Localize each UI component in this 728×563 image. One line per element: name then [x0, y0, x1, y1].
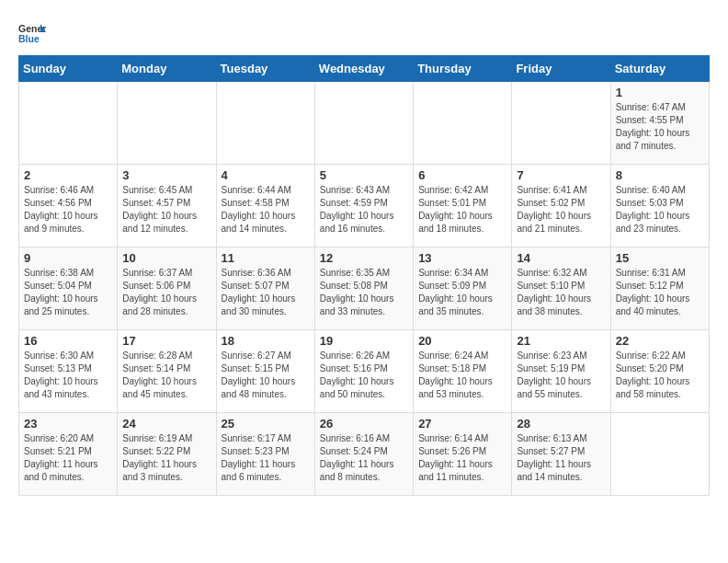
day-info: Sunrise: 6:28 AM Sunset: 5:14 PM Dayligh…: [122, 350, 210, 401]
logo: General Blue: [18, 18, 50, 46]
day-number: 19: [320, 334, 408, 348]
calendar-cell: 22Sunrise: 6:22 AM Sunset: 5:20 PM Dayli…: [610, 330, 709, 413]
day-number: 2: [24, 168, 112, 182]
day-number: 12: [320, 251, 408, 265]
week-row-4: 16Sunrise: 6:30 AM Sunset: 5:13 PM Dayli…: [19, 330, 710, 413]
day-number: 17: [122, 334, 210, 348]
day-info: Sunrise: 6:43 AM Sunset: 4:59 PM Dayligh…: [320, 184, 408, 236]
day-number: 21: [517, 334, 605, 348]
calendar-table: SundayMondayTuesdayWednesdayThursdayFrid…: [18, 55, 710, 496]
header-row: SundayMondayTuesdayWednesdayThursdayFrid…: [19, 56, 710, 82]
calendar-cell: [314, 82, 413, 165]
day-number: 9: [24, 251, 112, 265]
week-row-5: 23Sunrise: 6:20 AM Sunset: 5:21 PM Dayli…: [19, 413, 710, 496]
day-number: 1: [616, 86, 704, 99]
day-info: Sunrise: 6:46 AM Sunset: 4:56 PM Dayligh…: [24, 184, 112, 236]
day-info: Sunrise: 6:32 AM Sunset: 5:10 PM Dayligh…: [517, 267, 605, 318]
day-number: 3: [122, 168, 210, 182]
day-info: Sunrise: 6:27 AM Sunset: 5:15 PM Dayligh…: [222, 350, 310, 401]
day-number: 26: [320, 417, 408, 431]
calendar-cell: [414, 82, 512, 165]
day-number: 11: [222, 251, 310, 265]
logo-icon: General Blue: [18, 18, 46, 46]
day-number: 4: [222, 168, 310, 182]
calendar-cell: 6Sunrise: 6:42 AM Sunset: 5:01 PM Daylig…: [414, 165, 512, 247]
day-info: Sunrise: 6:23 AM Sunset: 5:19 PM Dayligh…: [517, 350, 605, 401]
day-number: 8: [616, 168, 704, 182]
day-info: Sunrise: 6:20 AM Sunset: 5:21 PM Dayligh…: [24, 432, 112, 484]
calendar-cell: 10Sunrise: 6:37 AM Sunset: 5:06 PM Dayli…: [118, 247, 216, 330]
day-number: 13: [418, 251, 506, 265]
calendar-cell: 8Sunrise: 6:40 AM Sunset: 5:03 PM Daylig…: [610, 165, 709, 247]
day-number: 14: [517, 251, 605, 265]
day-info: Sunrise: 6:41 AM Sunset: 5:02 PM Dayligh…: [517, 184, 605, 236]
day-info: Sunrise: 6:14 AM Sunset: 5:26 PM Dayligh…: [418, 432, 506, 484]
day-info: Sunrise: 6:44 AM Sunset: 4:58 PM Dayligh…: [222, 184, 310, 236]
header-day-friday: Friday: [512, 56, 610, 82]
calendar-header: SundayMondayTuesdayWednesdayThursdayFrid…: [19, 56, 710, 82]
calendar-cell: 24Sunrise: 6:19 AM Sunset: 5:22 PM Dayli…: [118, 413, 216, 496]
day-number: 24: [122, 417, 210, 431]
calendar-cell: 1Sunrise: 6:47 AM Sunset: 4:55 PM Daylig…: [610, 82, 709, 165]
calendar-cell: 9Sunrise: 6:38 AM Sunset: 5:04 PM Daylig…: [19, 247, 118, 330]
calendar-cell: [19, 82, 118, 165]
calendar-cell: 26Sunrise: 6:16 AM Sunset: 5:24 PM Dayli…: [314, 413, 413, 496]
calendar-cell: 16Sunrise: 6:30 AM Sunset: 5:13 PM Dayli…: [19, 330, 118, 413]
day-number: 20: [418, 334, 506, 348]
calendar-body: 1Sunrise: 6:47 AM Sunset: 4:55 PM Daylig…: [19, 82, 710, 496]
header: General Blue: [18, 18, 710, 46]
day-info: Sunrise: 6:34 AM Sunset: 5:09 PM Dayligh…: [418, 267, 506, 318]
day-info: Sunrise: 6:16 AM Sunset: 5:24 PM Dayligh…: [320, 432, 408, 484]
day-number: 23: [24, 417, 112, 431]
day-info: Sunrise: 6:40 AM Sunset: 5:03 PM Dayligh…: [616, 184, 704, 236]
week-row-1: 1Sunrise: 6:47 AM Sunset: 4:55 PM Daylig…: [19, 82, 710, 165]
calendar-cell: 7Sunrise: 6:41 AM Sunset: 5:02 PM Daylig…: [512, 165, 610, 247]
calendar-cell: 20Sunrise: 6:24 AM Sunset: 5:18 PM Dayli…: [414, 330, 512, 413]
day-number: 15: [616, 251, 704, 265]
day-info: Sunrise: 6:31 AM Sunset: 5:12 PM Dayligh…: [616, 267, 704, 318]
calendar-cell: 18Sunrise: 6:27 AM Sunset: 5:15 PM Dayli…: [216, 330, 314, 413]
day-info: Sunrise: 6:36 AM Sunset: 5:07 PM Dayligh…: [222, 267, 310, 318]
calendar-cell: 27Sunrise: 6:14 AM Sunset: 5:26 PM Dayli…: [414, 413, 512, 496]
calendar-cell: 15Sunrise: 6:31 AM Sunset: 5:12 PM Dayli…: [610, 247, 709, 330]
calendar-cell: [216, 82, 314, 165]
calendar-cell: 2Sunrise: 6:46 AM Sunset: 4:56 PM Daylig…: [19, 165, 118, 247]
header-day-tuesday: Tuesday: [216, 56, 314, 82]
calendar-cell: 4Sunrise: 6:44 AM Sunset: 4:58 PM Daylig…: [216, 165, 314, 247]
day-info: Sunrise: 6:47 AM Sunset: 4:55 PM Dayligh…: [616, 101, 704, 153]
header-day-thursday: Thursday: [414, 56, 512, 82]
day-info: Sunrise: 6:30 AM Sunset: 5:13 PM Dayligh…: [24, 350, 112, 401]
calendar-cell: 19Sunrise: 6:26 AM Sunset: 5:16 PM Dayli…: [314, 330, 413, 413]
header-day-sunday: Sunday: [19, 56, 118, 82]
day-info: Sunrise: 6:37 AM Sunset: 5:06 PM Dayligh…: [122, 267, 210, 318]
day-number: 6: [418, 168, 506, 182]
day-info: Sunrise: 6:17 AM Sunset: 5:23 PM Dayligh…: [222, 432, 310, 484]
calendar-cell: 23Sunrise: 6:20 AM Sunset: 5:21 PM Dayli…: [19, 413, 118, 496]
week-row-2: 2Sunrise: 6:46 AM Sunset: 4:56 PM Daylig…: [19, 165, 710, 247]
calendar-cell: [512, 82, 610, 165]
day-info: Sunrise: 6:26 AM Sunset: 5:16 PM Dayligh…: [320, 350, 408, 401]
svg-text:Blue: Blue: [18, 33, 40, 44]
day-number: 16: [24, 334, 112, 348]
calendar-cell: 25Sunrise: 6:17 AM Sunset: 5:23 PM Dayli…: [216, 413, 314, 496]
calendar-cell: 21Sunrise: 6:23 AM Sunset: 5:19 PM Dayli…: [512, 330, 610, 413]
day-number: 18: [222, 334, 310, 348]
day-info: Sunrise: 6:42 AM Sunset: 5:01 PM Dayligh…: [418, 184, 506, 236]
header-day-wednesday: Wednesday: [314, 56, 413, 82]
day-number: 5: [320, 168, 408, 182]
calendar-cell: 17Sunrise: 6:28 AM Sunset: 5:14 PM Dayli…: [118, 330, 216, 413]
day-number: 28: [517, 417, 605, 431]
day-number: 25: [222, 417, 310, 431]
day-number: 10: [122, 251, 210, 265]
day-info: Sunrise: 6:45 AM Sunset: 4:57 PM Dayligh…: [122, 184, 210, 236]
calendar-cell: 3Sunrise: 6:45 AM Sunset: 4:57 PM Daylig…: [118, 165, 216, 247]
calendar-cell: 13Sunrise: 6:34 AM Sunset: 5:09 PM Dayli…: [414, 247, 512, 330]
calendar-cell: 28Sunrise: 6:13 AM Sunset: 5:27 PM Dayli…: [512, 413, 610, 496]
header-day-saturday: Saturday: [610, 56, 709, 82]
calendar-cell: [118, 82, 216, 165]
day-info: Sunrise: 6:13 AM Sunset: 5:27 PM Dayligh…: [517, 432, 605, 484]
day-info: Sunrise: 6:24 AM Sunset: 5:18 PM Dayligh…: [418, 350, 506, 401]
day-info: Sunrise: 6:22 AM Sunset: 5:20 PM Dayligh…: [616, 350, 704, 401]
day-info: Sunrise: 6:38 AM Sunset: 5:04 PM Dayligh…: [24, 267, 112, 318]
day-number: 27: [418, 417, 506, 431]
